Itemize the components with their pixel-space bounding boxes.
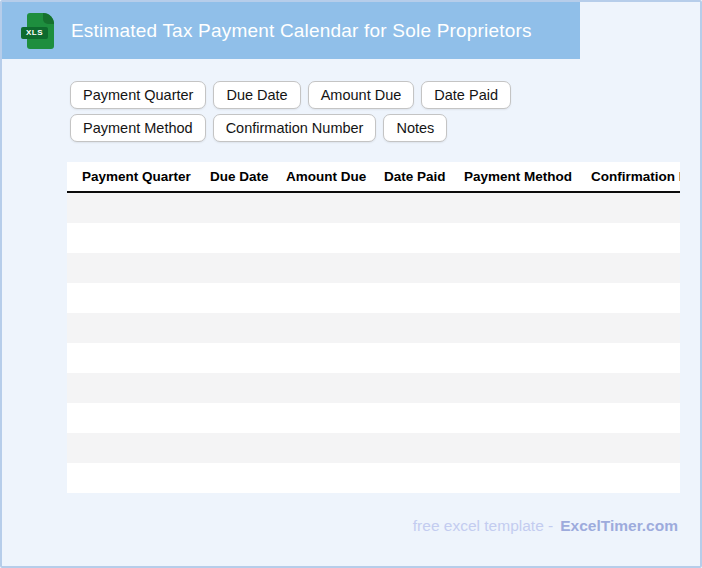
table-row xyxy=(67,193,680,223)
table-row xyxy=(67,223,680,253)
column-header: Confirmation Number xyxy=(591,169,680,184)
column-header: Payment Method xyxy=(464,169,591,184)
folded-corner xyxy=(43,13,54,24)
footer-text: free excel template - xyxy=(413,517,553,534)
column-chip[interactable]: Amount Due xyxy=(308,81,415,109)
footer: free excel template -ExcelTimer.com xyxy=(413,517,678,535)
xls-file-icon: XLS xyxy=(27,13,54,49)
xls-badge-label: XLS xyxy=(21,27,48,39)
column-chip[interactable]: Payment Quarter xyxy=(70,81,206,109)
template-preview-table: Payment QuarterDue DateAmount DueDate Pa… xyxy=(67,162,680,493)
table-row xyxy=(67,433,680,463)
page: XLS Estimated Tax Payment Calendar for S… xyxy=(0,0,702,568)
column-chip[interactable]: Due Date xyxy=(213,81,300,109)
table-row xyxy=(67,253,680,283)
column-chip[interactable]: Notes xyxy=(383,114,447,142)
table-row xyxy=(67,403,680,433)
column-header: Amount Due xyxy=(286,169,384,184)
table-row xyxy=(67,343,680,373)
column-header: Due Date xyxy=(210,169,286,184)
table-header-row: Payment QuarterDue DateAmount DueDate Pa… xyxy=(67,162,680,193)
column-header: Payment Quarter xyxy=(82,169,210,184)
column-chip[interactable]: Payment Method xyxy=(70,114,206,142)
table-body xyxy=(67,193,680,493)
table-row xyxy=(67,283,680,313)
table-row xyxy=(67,463,680,493)
column-chip[interactable]: Date Paid xyxy=(421,81,511,109)
column-header: Date Paid xyxy=(384,169,464,184)
title-bar: XLS Estimated Tax Payment Calendar for S… xyxy=(2,2,580,59)
table-row xyxy=(67,313,680,343)
page-title: Estimated Tax Payment Calendar for Sole … xyxy=(71,20,532,42)
table-row xyxy=(67,373,680,403)
column-chip-list: Payment QuarterDue DateAmount DueDate Pa… xyxy=(70,81,632,142)
column-chip[interactable]: Confirmation Number xyxy=(213,114,377,142)
exceltimer-link[interactable]: ExcelTimer.com xyxy=(560,517,678,534)
